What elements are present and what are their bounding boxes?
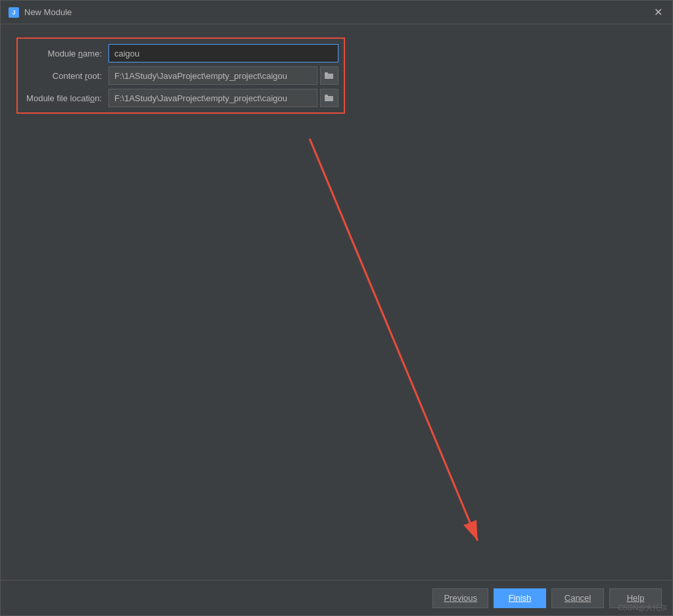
content-root-label: Content root: [23,71,108,81]
module-file-location-input-wrapper [108,89,338,107]
module-file-location-label: Module file location: [23,93,108,103]
close-button[interactable]: ✕ [651,6,664,19]
module-file-location-browse-button[interactable] [320,89,338,107]
new-module-dialog: J New Module ✕ Module name: Content root… [0,0,673,616]
module-name-label: Module name: [23,49,108,59]
module-file-location-row: Module file location: [23,89,338,107]
title-bar: J New Module ✕ [1,1,672,24]
previous-button[interactable]: Previous [432,588,488,608]
svg-rect-2 [325,74,333,79]
dialog-title: New Module [24,7,72,17]
content-root-browse-button[interactable] [320,66,338,85]
module-name-input[interactable] [108,44,338,62]
content-root-row: Content root: [23,66,338,85]
svg-line-7 [310,139,478,540]
svg-rect-4 [325,96,333,101]
dialog-icon: J [9,7,19,18]
module-file-location-input[interactable] [108,89,317,107]
content-root-input[interactable] [108,66,317,85]
content-root-input-wrapper [108,66,338,85]
content-area: Module name: Content root: [1,24,672,580]
finish-button[interactable]: Finish [494,588,546,608]
title-bar-left: J New Module [9,7,72,18]
cancel-button[interactable]: Cancel [551,588,604,608]
svg-text:J: J [12,9,15,16]
svg-rect-3 [325,72,328,74]
form-section: Module name: Content root: [16,37,345,114]
module-name-row: Module name: [23,44,338,62]
svg-rect-5 [325,95,328,97]
footer: Previous Finish Cancel Help [1,580,672,615]
module-name-input-wrapper [108,44,338,62]
watermark: CSDN@大托尔 [618,603,667,613]
